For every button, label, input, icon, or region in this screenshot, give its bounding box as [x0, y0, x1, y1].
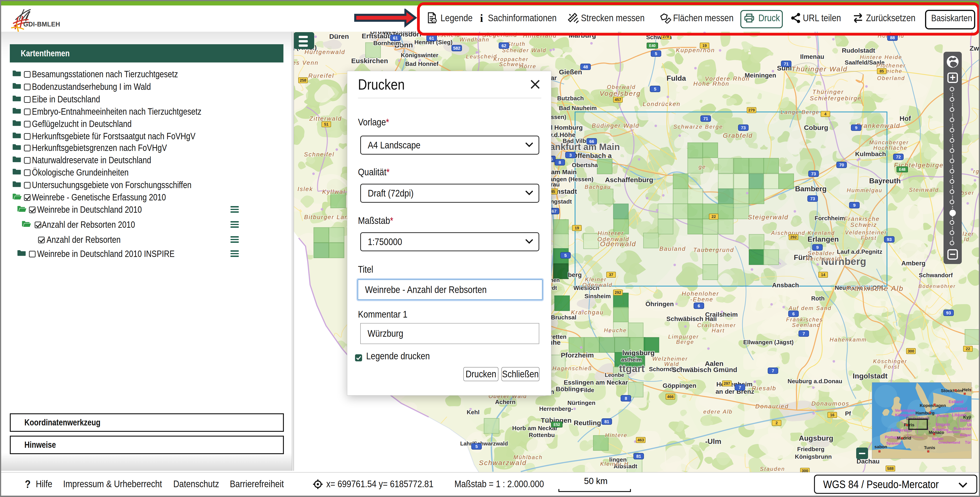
- svg-text:Filde: Filde: [581, 387, 595, 394]
- svg-text:Steinwald: Steinwald: [909, 187, 939, 193]
- svg-text:Odenwald: Odenwald: [597, 236, 629, 243]
- svg-text:Ungarn: Ungarn: [936, 422, 950, 427]
- svg-text:astheim: astheim: [621, 357, 642, 363]
- svg-text:Königsbrunn: Königsbrunn: [795, 453, 832, 460]
- svg-text:85: 85: [880, 69, 884, 73]
- svg-text:61: 61: [429, 36, 434, 41]
- svg-text:Königswinter: Königswinter: [401, 52, 439, 59]
- svg-text:300: 300: [908, 349, 914, 353]
- svg-text:Sinsheim: Sinsheim: [584, 293, 611, 300]
- svg-text:Oberwald: Oberwald: [607, 84, 636, 90]
- svg-text:rge: rge: [973, 168, 979, 175]
- svg-text:Schwäbisch Gmünd: Schwäbisch Gmünd: [672, 366, 737, 373]
- svg-text:Stauden: Stauden: [760, 466, 785, 472]
- svg-text:72: 72: [896, 154, 900, 159]
- svg-text:Obertsha: Obertsha: [572, 162, 598, 168]
- svg-text:Ellwangen (Jagst): Ellwangen (Jagst): [743, 339, 794, 346]
- svg-text:Tunis: Tunis: [924, 445, 935, 450]
- svg-text:Islek: Islek: [298, 186, 313, 192]
- svg-text:Bitburger Land: Bitburger Land: [304, 214, 353, 221]
- svg-text:Augsburg: Augsburg: [799, 434, 833, 442]
- svg-text:Hürtgenwald: Hürtgenwald: [305, 49, 345, 56]
- svg-text:73: 73: [810, 196, 815, 201]
- svg-text:ge: ge: [698, 164, 706, 170]
- svg-text:Kyllwal: Kyllwal: [322, 188, 345, 195]
- svg-text:Kleiner: Kleiner: [585, 276, 607, 283]
- svg-text:Königreich: Königreich: [895, 413, 915, 417]
- svg-text:Vereinigtes: Vereinigtes: [895, 408, 916, 413]
- svg-text:Rureifel: Rureifel: [308, 72, 334, 79]
- svg-text:Leuscheid: Leuscheid: [466, 53, 497, 59]
- svg-text:81: 81: [636, 454, 641, 459]
- svg-text:5: 5: [655, 51, 657, 56]
- svg-text:Öhringen: Öhringen: [646, 300, 674, 308]
- svg-text:Aalen: Aalen: [705, 360, 724, 367]
- svg-text:93: 93: [946, 311, 951, 315]
- svg-text:Hagenschieß: Hagenschieß: [552, 365, 592, 372]
- svg-text:Forst: Forst: [884, 364, 900, 370]
- svg-text:Horb am Neckar: Horb am Neckar: [512, 425, 557, 432]
- svg-text:Auf dem Sand: Auf dem Sand: [788, 305, 832, 311]
- svg-text:Hörre: Hörre: [519, 63, 536, 69]
- svg-text:Forst: Forst: [861, 235, 877, 241]
- svg-text:45: 45: [551, 189, 555, 194]
- svg-text:Lauf a.d.Pegnitz: Lauf a.d.Pegnitz: [837, 248, 882, 255]
- svg-text:Pforzheim: Pforzheim: [561, 351, 594, 359]
- svg-text:Kraichgau: Kraichgau: [571, 309, 604, 316]
- svg-text:Bad Nauheim: Bad Nauheim: [559, 105, 597, 111]
- svg-text:Hahenkamm: Hahenkamm: [829, 337, 867, 343]
- svg-text:19: 19: [575, 226, 579, 230]
- svg-text:582: 582: [453, 46, 460, 51]
- svg-text:Seenland: Seenland: [792, 322, 820, 328]
- svg-text:lwigsburg: lwigsburg: [622, 349, 655, 357]
- svg-text:588: 588: [887, 467, 894, 471]
- svg-text:Friedberg: Friedberg: [797, 446, 824, 453]
- svg-text:71: 71: [703, 116, 708, 121]
- svg-text:Monaco: Monaco: [929, 430, 944, 435]
- svg-text:Reichswald: Reichswald: [806, 256, 841, 262]
- svg-text:Vogelsberg: Vogelsberg: [600, 90, 641, 97]
- svg-text:Fränkische Alb: Fränkische Alb: [846, 284, 904, 292]
- svg-text:Sebalder: Sebalder: [808, 250, 835, 256]
- svg-text:66: 66: [589, 139, 594, 144]
- svg-text:Rudolstadt: Rudolstadt: [842, 47, 875, 54]
- svg-text:Achern: Achern: [495, 399, 515, 405]
- svg-text:Spanien: Spanien: [886, 441, 901, 446]
- svg-text:Kyjiw: Kyjiw: [963, 415, 971, 419]
- svg-text:Stockholm: Stockholm: [941, 388, 963, 393]
- svg-text:Berge: Berge: [676, 339, 694, 345]
- svg-text:73: 73: [741, 125, 746, 130]
- svg-text:Herrenberg-: Herrenberg-: [539, 405, 573, 412]
- svg-text:Riesalb: Riesalb: [752, 385, 776, 392]
- svg-text:Köschinger: Köschinger: [873, 358, 907, 364]
- svg-text:51: 51: [324, 122, 329, 127]
- svg-text:5: 5: [564, 253, 567, 258]
- svg-text:Bauland: Bauland: [659, 245, 686, 252]
- svg-text:Kulmbach: Kulmbach: [855, 151, 886, 157]
- svg-text:Schweiz: Schweiz: [850, 221, 877, 228]
- svg-text:Tür: Tür: [965, 440, 971, 445]
- svg-text:48: 48: [583, 65, 588, 69]
- svg-text:67: 67: [552, 209, 556, 214]
- svg-text:Bayreuth: Bayreuth: [869, 177, 901, 185]
- svg-text:Gießen: Gießen: [559, 68, 582, 76]
- svg-text:5: 5: [654, 87, 657, 91]
- svg-text:22: 22: [712, 214, 716, 219]
- svg-text:Ilmenau: Ilmenau: [800, 53, 824, 60]
- svg-text:Erlangen: Erlangen: [808, 235, 839, 243]
- svg-text:Hintere: Hintere: [605, 432, 627, 438]
- svg-text:Bamberg: Bamberg: [795, 185, 827, 193]
- svg-text:8: 8: [558, 160, 561, 165]
- svg-text:Ingolstadt: Ingolstadt: [853, 372, 888, 380]
- svg-text:Wald: Wald: [664, 361, 679, 367]
- svg-text:Polen: Polen: [937, 413, 949, 418]
- svg-text:Coburg: Coburg: [804, 124, 828, 131]
- svg-text:Euskirchen: Euskirchen: [351, 57, 388, 65]
- svg-text:Bulgarien: Bulgarien: [960, 433, 971, 437]
- svg-text:9: 9: [855, 125, 858, 130]
- svg-text:Esslingen am Neckar: Esslingen am Neckar: [564, 379, 628, 386]
- svg-text:466: 466: [667, 395, 673, 399]
- svg-text:Thüringer Wald: Thüringer Wald: [791, 65, 848, 73]
- svg-text:16: 16: [830, 413, 835, 417]
- svg-text:2: 2: [775, 421, 778, 425]
